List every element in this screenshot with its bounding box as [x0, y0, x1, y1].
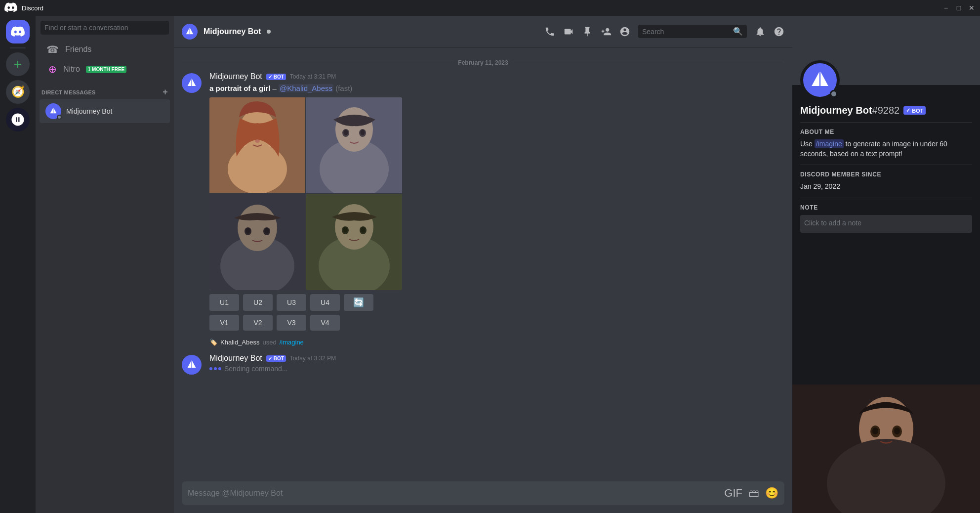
profile-button[interactable] — [619, 26, 630, 37]
note-title: NOTE — [800, 204, 972, 211]
note-input[interactable]: Click to add a note — [800, 215, 972, 233]
status-dot-3 — [218, 367, 221, 370]
friends-nav-item[interactable]: ☎ Friends — [40, 40, 170, 59]
chat-header-avatar — [182, 24, 198, 40]
title-bar-controls: − □ ✕ — [941, 3, 976, 12]
new-dm-button[interactable]: + — [163, 87, 168, 97]
image-grid-cell-2[interactable] — [306, 97, 402, 193]
title-bar: Discord − □ ✕ — [0, 0, 980, 16]
v3-button[interactable]: V3 — [277, 315, 306, 331]
refresh-button[interactable]: 🔄 — [344, 294, 373, 311]
profile-panel: Midjourney Bot#9282 ✓ BOT ABOUT ME Use /… — [792, 16, 980, 513]
midjourney-bot-dm-item[interactable]: Midjourney Bot — [40, 99, 170, 123]
member-since-date: Jan 29, 2022 — [800, 182, 972, 192]
message-group-1: Midjourney Bot ✓ BOT Today at 3:31 PM a … — [174, 70, 792, 333]
app-layout: + 🧭 ☎ Friends ⊕ Nitro 1 MONTH FREE DIREC… — [0, 16, 980, 513]
chat-header: Midjourney Bot Searc — [174, 16, 792, 47]
date-divider-text: February 11, 2023 — [458, 59, 508, 66]
search-icon: 🔍 — [733, 27, 743, 36]
imagine-command-link[interactable]: /imagine — [280, 339, 304, 346]
date-divider-line-left — [182, 63, 454, 63]
search-box-placeholder: Search — [642, 28, 730, 36]
profile-info: Midjourney Bot#9282 ✓ BOT ABOUT ME Use /… — [792, 85, 980, 241]
chat-messages: February 11, 2023 Midjourney Bot ✓ — [174, 47, 792, 481]
add-server-button[interactable]: + — [6, 52, 30, 76]
profile-divider-1 — [800, 122, 972, 123]
openai-server[interactable] — [6, 108, 30, 131]
member-since-section: DISCORD MEMBER SINCE Jan 29, 2022 — [800, 171, 972, 192]
svg-rect-32 — [209, 194, 305, 290]
profile-bot-check: ✓ — [906, 107, 910, 114]
u1-button[interactable]: U1 — [209, 294, 239, 311]
profile-bot-badge: ✓ BOT — [903, 106, 926, 115]
help-button[interactable] — [774, 26, 784, 37]
about-me-text: Use /imagine to generate an image in und… — [800, 139, 972, 159]
sticker-button[interactable]: 🗃 — [748, 487, 759, 500]
title-bar-title: Discord — [22, 4, 43, 12]
imagine-command-highlight: /imagine — [815, 139, 844, 148]
inbox-button[interactable] — [755, 26, 766, 37]
midjourney-bot-avatar-msg1 — [182, 73, 202, 93]
message-content-1: Midjourney Bot ✓ BOT Today at 3:31 PM a … — [209, 72, 784, 331]
nitro-badge: 1 MONTH FREE — [86, 66, 126, 73]
dm-search-bar — [36, 16, 174, 40]
voice-call-button[interactable] — [544, 26, 555, 37]
bot-badge-check-1: ✓ — [268, 74, 272, 80]
maximize-button[interactable]: □ — [954, 3, 963, 12]
status-message: Sending command... — [209, 365, 784, 373]
image-grid[interactable] — [209, 97, 402, 290]
nitro-icon: ⊕ — [45, 63, 59, 75]
profile-divider-3 — [800, 198, 972, 198]
direct-messages-label: DIRECT MESSAGES — [41, 89, 96, 95]
search-box[interactable]: Search 🔍 — [638, 25, 747, 38]
status-dots — [209, 367, 221, 370]
date-divider-line-right — [512, 63, 784, 63]
message-input[interactable] — [188, 483, 718, 504]
image-placeholder-1 — [209, 97, 305, 193]
image-grid-cell-1[interactable] — [209, 97, 305, 193]
v2-button[interactable]: V2 — [243, 315, 273, 331]
message-timestamp-1: Today at 3:31 PM — [290, 73, 336, 80]
add-friend-button[interactable] — [601, 26, 612, 37]
profile-online-dot — [830, 90, 838, 98]
u3-button[interactable]: U3 — [277, 294, 306, 311]
fast-tag: (fast) — [335, 84, 352, 92]
v1-button[interactable]: V1 — [209, 315, 239, 331]
mention-tag[interactable]: @Khalid_Abess — [279, 84, 333, 92]
chat-header-actions: Search 🔍 — [544, 25, 784, 38]
svg-rect-24 — [306, 97, 402, 193]
video-overlay — [792, 385, 980, 513]
message-text-1: a portrait of a girl – @Khalid_Abess (fa… — [209, 83, 784, 93]
explore-servers-button[interactable]: 🧭 — [6, 80, 30, 104]
about-me-section: ABOUT ME Use /imagine to generate an ima… — [800, 128, 972, 159]
status-text: Sending command... — [224, 365, 287, 373]
discord-home-button[interactable] — [6, 20, 30, 43]
gif-button[interactable]: GIF — [724, 487, 742, 500]
image-grid-cell-3[interactable] — [209, 194, 305, 290]
midjourney-bot-name: Midjourney Bot — [66, 107, 112, 115]
direct-messages-header: DIRECT MESSAGES + — [36, 79, 174, 99]
image-placeholder-3 — [209, 194, 305, 290]
message-input-box: GIF 🗃 😊 — [182, 481, 784, 505]
svg-rect-40 — [306, 194, 402, 290]
minimize-button[interactable]: − — [941, 3, 950, 12]
video-call-button[interactable] — [563, 26, 574, 37]
profile-username-row: Midjourney Bot#9282 ✓ BOT — [800, 105, 972, 116]
bot-badge-2: ✓ BOT — [266, 355, 286, 362]
find-conversation-input[interactable] — [41, 21, 169, 35]
pin-button[interactable] — [582, 26, 593, 37]
emoji-button[interactable]: 😊 — [765, 487, 778, 500]
chat-area: Midjourney Bot Searc — [174, 16, 792, 513]
bot-badge-1: ✓ BOT — [266, 74, 286, 80]
message-timestamp-2: Today at 3:32 PM — [290, 355, 336, 362]
profile-banner — [792, 16, 980, 85]
chat-header-bot-name: Midjourney Bot — [204, 27, 261, 36]
close-button[interactable]: ✕ — [967, 3, 976, 12]
u4-button[interactable]: U4 — [310, 294, 340, 311]
image-grid-cell-4[interactable] — [306, 194, 402, 290]
message-author-1: Midjourney Bot — [209, 72, 262, 81]
v4-button[interactable]: V4 — [310, 315, 340, 331]
used-command-line: 🏷️ Khalid_Abess used /imagine — [202, 337, 792, 348]
u2-button[interactable]: U2 — [243, 294, 273, 311]
nitro-nav-item[interactable]: ⊕ Nitro 1 MONTH FREE — [40, 59, 170, 79]
